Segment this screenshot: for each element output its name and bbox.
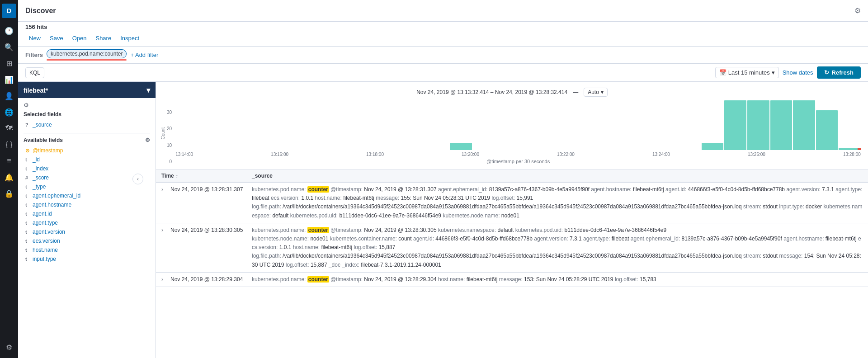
- chart-bars: [175, 100, 861, 150]
- nav-lock-icon[interactable]: 🔒: [2, 186, 16, 201]
- field-item-ecs-version[interactable]: t ecs.version: [24, 236, 150, 245]
- selected-fields-title: Selected fields: [24, 111, 150, 118]
- table-row: › Nov 24, 2019 @ 13:28:29.304 kubernetes…: [156, 273, 868, 287]
- nav-clock-icon[interactable]: 🕐: [2, 24, 16, 38]
- body-layout: filebeat* ▾ ⚙ Selected fields ? _source: [18, 82, 868, 358]
- field-item-agent-ephemeral-id[interactable]: t agent.ephemeral_id: [24, 191, 150, 200]
- open-button[interactable]: Open: [69, 33, 90, 43]
- time-picker[interactable]: 📅 Last 15 minutes ▾: [715, 67, 779, 78]
- field-item-agent-id[interactable]: t agent.id: [24, 209, 150, 218]
- chart-date-range: Nov 24, 2019 @ 13:13:32.414 – Nov 24, 20…: [416, 89, 567, 95]
- field-item-source[interactable]: ? _source: [24, 120, 150, 129]
- nav-globe-icon[interactable]: 🌐: [2, 105, 16, 119]
- row-expand-icon[interactable]: ›: [161, 275, 170, 283]
- available-fields-list: ⊙ @timestamp t _id t _index # _score: [24, 146, 150, 264]
- sidebar-collapse-button[interactable]: ‹: [132, 174, 143, 184]
- auto-chevron-icon: ▾: [601, 89, 604, 95]
- available-fields-settings-icon[interactable]: ⚙: [145, 137, 150, 143]
- topbar-settings-icon[interactable]: ⚙: [854, 6, 861, 15]
- nav-settings-icon[interactable]: ⚙: [2, 340, 16, 354]
- field-item-agent-type[interactable]: t agent.type: [24, 218, 150, 227]
- col-time-header[interactable]: Time ↕: [161, 173, 252, 179]
- chart-bar: [747, 100, 769, 150]
- chart-x-label: 13:20:00: [462, 152, 479, 157]
- chart-x-label: 13:18:00: [366, 152, 384, 157]
- chart-x-label: 13:26:00: [748, 152, 765, 157]
- chevron-down-icon: ▾: [772, 69, 775, 76]
- chart-x-bottom: @timestamp per 30 seconds: [175, 159, 861, 164]
- nav-user-icon[interactable]: 👤: [2, 89, 16, 103]
- index-pattern[interactable]: filebeat* ▾: [18, 82, 156, 98]
- available-fields-title: Available fields ⚙: [24, 137, 150, 143]
- sidebar-settings-icon[interactable]: ⚙: [24, 102, 29, 108]
- chart-wrapper: 30 20 10 0 Count 13:14:0013:16:0013:1: [163, 100, 861, 164]
- index-pattern-chevron[interactable]: ▾: [146, 86, 150, 94]
- chart-x-label: 13:16:00: [271, 152, 288, 157]
- row-time: Nov 24, 2019 @ 13:28:30.305: [170, 226, 252, 233]
- nav-stack-icon[interactable]: ≡: [2, 154, 16, 168]
- time-range-label: Last 15 minutes: [728, 69, 770, 76]
- chart-bar: [724, 100, 746, 150]
- new-button[interactable]: New: [25, 33, 44, 43]
- share-button[interactable]: Share: [92, 33, 115, 43]
- field-item-agent-hostname[interactable]: t agent.hostname: [24, 200, 150, 209]
- filter-tag[interactable]: kubernetes.pod.name:counter: [47, 49, 127, 61]
- auto-select[interactable]: Auto ▾: [584, 88, 608, 97]
- chart-bar: [702, 143, 724, 151]
- row-source: kubernetes.pod.name: counter @timestamp:…: [252, 185, 863, 220]
- chart-x-label: 13:28:00: [843, 152, 861, 157]
- nav-home-icon[interactable]: ⊞: [2, 56, 16, 71]
- search-row: KQL 📅 Last 15 minutes ▾ Show dates ↻ Ref…: [18, 64, 868, 82]
- filter-tag-text: kubernetes.pod.name:counter: [51, 51, 123, 57]
- table-header: Time ↕ _source: [156, 170, 868, 183]
- filter-label: Filters: [25, 52, 43, 58]
- top-bar: Discover ⚙: [18, 0, 868, 22]
- chart-bar: [816, 110, 838, 150]
- add-filter-button[interactable]: + Add filter: [130, 52, 158, 58]
- chart-bar: [770, 100, 793, 150]
- col-source-header: _source: [252, 173, 863, 179]
- field-item-type[interactable]: t _type: [24, 182, 150, 191]
- nav-map-icon[interactable]: 🗺: [2, 121, 16, 136]
- action-bar: New Save Open Share Inspect: [18, 30, 868, 47]
- chart-area: Nov 24, 2019 @ 13:13:32.414 – Nov 24, 20…: [156, 82, 868, 170]
- chart-x-labels: 13:14:0013:16:0013:18:0013:20:0013:22:00…: [175, 150, 861, 157]
- show-dates-button[interactable]: Show dates: [783, 69, 813, 76]
- save-button[interactable]: Save: [46, 33, 67, 43]
- chart-y-label: Count: [160, 127, 165, 140]
- nav-alert-icon[interactable]: 🔔: [2, 170, 16, 184]
- nav-search-icon[interactable]: 🔍: [2, 40, 16, 54]
- row-time: Nov 24, 2019 @ 13:28:29.304: [170, 275, 252, 283]
- chart-bars-container: 13:14:0013:16:0013:18:0013:20:0013:22:00…: [175, 100, 861, 164]
- chart-x-label: 13:14:00: [175, 152, 193, 157]
- row-expand-icon[interactable]: ›: [161, 226, 170, 233]
- app-title: Discover: [25, 7, 56, 15]
- nav-dev-icon[interactable]: { }: [2, 137, 16, 152]
- sort-time-icon: ↕: [176, 174, 178, 179]
- field-item-agent-version[interactable]: t agent.version: [24, 227, 150, 236]
- kql-button[interactable]: KQL: [25, 67, 44, 78]
- table-area: Time ↕ _source › Nov 24, 2019 @ 13:28:31…: [156, 170, 868, 358]
- calendar-icon: 📅: [719, 69, 726, 76]
- chart-bar: [793, 100, 815, 150]
- field-item-host-name[interactable]: t host.name: [24, 245, 150, 254]
- refresh-button[interactable]: ↻ Refresh: [817, 66, 861, 79]
- main-content: Discover ⚙ 156 hits New Save Open Share …: [18, 0, 868, 358]
- chart-x-label: 13:24:00: [652, 152, 670, 157]
- field-item-index[interactable]: t _index: [24, 164, 150, 173]
- row-expand-icon[interactable]: ›: [161, 185, 170, 193]
- field-item-timestamp[interactable]: ⊙ @timestamp: [24, 146, 150, 155]
- field-item-input-type[interactable]: t input.type: [24, 254, 150, 264]
- field-item-id[interactable]: t _id: [24, 155, 150, 164]
- nav-chart-icon[interactable]: 📊: [2, 72, 16, 87]
- selected-fields-list: ? _source: [24, 120, 150, 129]
- row-source: kubernetes.pod.name: counter @timestamp:…: [252, 226, 863, 269]
- row-source: kubernetes.pod.name: counter @timestamp:…: [252, 275, 863, 284]
- chart-y-axis: 30 20 10 0 Count: [167, 110, 172, 164]
- hits-count: 156 hits: [18, 22, 868, 30]
- inspect-button[interactable]: Inspect: [117, 33, 143, 43]
- row-time: Nov 24, 2019 @ 13:28:31.307: [170, 185, 252, 193]
- refresh-icon: ↻: [824, 69, 829, 76]
- sidebar: filebeat* ▾ ⚙ Selected fields ? _source: [18, 82, 156, 358]
- field-item-score[interactable]: # _score: [24, 173, 150, 182]
